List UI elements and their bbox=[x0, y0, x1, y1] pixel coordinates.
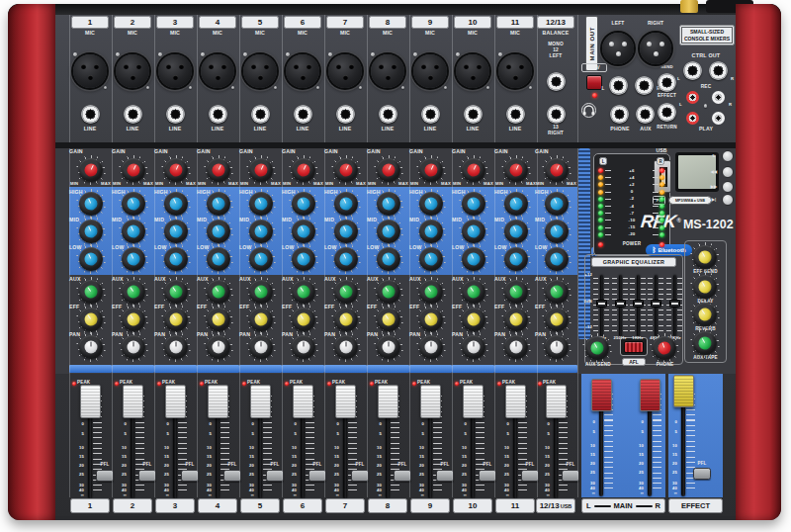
ch7-pan-knob[interactable] bbox=[331, 332, 361, 362]
phone-knob[interactable] bbox=[650, 333, 679, 363]
effect-fader[interactable] bbox=[673, 375, 694, 407]
ch7-high-knob[interactable] bbox=[331, 189, 361, 219]
ch10-high-knob[interactable] bbox=[459, 189, 488, 219]
ch3-mid-knob[interactable] bbox=[161, 217, 191, 246]
ch1-mid-knob[interactable] bbox=[76, 217, 106, 246]
ch10-fader[interactable] bbox=[463, 385, 483, 418]
eff-send-knob[interactable] bbox=[690, 242, 720, 272]
main-l-fader[interactable] bbox=[591, 379, 612, 411]
effect-pfl-button[interactable] bbox=[693, 468, 711, 480]
ch4-pan-knob[interactable] bbox=[204, 332, 233, 362]
aux-tape-knob[interactable] bbox=[690, 328, 720, 358]
repeat-button[interactable] bbox=[722, 150, 734, 162]
ch3-eff-knob[interactable] bbox=[161, 305, 191, 334]
ch10-mid-knob[interactable] bbox=[459, 217, 488, 246]
ch7-low-knob[interactable] bbox=[331, 244, 361, 274]
ch5-high-knob[interactable] bbox=[246, 189, 276, 219]
ch11-low-knob[interactable] bbox=[501, 244, 531, 274]
ch6-eff-knob[interactable] bbox=[289, 305, 318, 334]
ch9-pan-knob[interactable] bbox=[416, 332, 446, 362]
ch9-low-knob[interactable] bbox=[416, 244, 446, 274]
ch6-fader[interactable] bbox=[293, 385, 313, 418]
play-pause-button[interactable] bbox=[722, 194, 734, 206]
main-r-fader[interactable] bbox=[640, 379, 660, 411]
ch11-mid-knob[interactable] bbox=[501, 217, 531, 246]
eq-band-4-slider[interactable] bbox=[651, 300, 661, 308]
ch9-eff-knob[interactable] bbox=[416, 305, 446, 334]
ch10-low-knob[interactable] bbox=[459, 244, 488, 274]
ch12-13-high-knob[interactable] bbox=[542, 189, 571, 219]
ch1-fader[interactable] bbox=[80, 385, 101, 418]
ch10-eff-knob[interactable] bbox=[459, 305, 488, 334]
ch10-aux-knob[interactable] bbox=[459, 277, 488, 307]
ch7-fader[interactable] bbox=[335, 385, 356, 418]
ch8-mid-knob[interactable] bbox=[374, 217, 403, 246]
ch5-fader[interactable] bbox=[250, 385, 271, 418]
afl-button[interactable] bbox=[624, 341, 644, 353]
ch1-pan-knob[interactable] bbox=[76, 332, 106, 362]
ch8-eff-knob[interactable] bbox=[374, 305, 403, 334]
ch9-high-knob[interactable] bbox=[416, 189, 446, 219]
ch1-aux-knob[interactable] bbox=[76, 277, 106, 307]
ch4-eff-knob[interactable] bbox=[204, 305, 233, 334]
ch2-aux-knob[interactable] bbox=[119, 277, 148, 307]
ch2-fader[interactable] bbox=[123, 385, 143, 418]
ch12-13-low-knob[interactable] bbox=[542, 244, 571, 274]
ch12-13-fader[interactable] bbox=[546, 385, 567, 418]
ch2-eff-knob[interactable] bbox=[119, 305, 148, 334]
ch5-eff-knob[interactable] bbox=[246, 305, 276, 334]
ch2-pan-knob[interactable] bbox=[119, 332, 148, 362]
ch5-pan-knob[interactable] bbox=[246, 332, 276, 362]
eq-band-1-slider[interactable] bbox=[596, 300, 607, 308]
ch6-high-knob[interactable] bbox=[289, 189, 318, 219]
ch1-low-knob[interactable] bbox=[76, 244, 106, 274]
ch3-low-knob[interactable] bbox=[161, 244, 191, 274]
ch6-low-knob[interactable] bbox=[289, 244, 318, 274]
ch4-mid-knob[interactable] bbox=[204, 217, 233, 246]
ch11-aux-knob[interactable] bbox=[501, 277, 531, 307]
ch2-mid-knob[interactable] bbox=[119, 217, 148, 246]
ch11-high-knob[interactable] bbox=[501, 189, 531, 219]
ch8-pan-knob[interactable] bbox=[374, 332, 403, 362]
ch9-aux-knob[interactable] bbox=[416, 277, 446, 307]
ch3-high-knob[interactable] bbox=[161, 189, 191, 219]
reverb-knob[interactable] bbox=[690, 300, 720, 329]
ch4-low-knob[interactable] bbox=[204, 244, 233, 274]
ch4-fader[interactable] bbox=[208, 385, 228, 418]
eq-band-2-slider[interactable] bbox=[615, 300, 626, 308]
ch5-aux-knob[interactable] bbox=[246, 277, 276, 307]
aux-send-knob[interactable] bbox=[582, 333, 612, 363]
ch9-fader[interactable] bbox=[420, 385, 441, 418]
ch5-mid-knob[interactable] bbox=[246, 217, 276, 246]
ch11-eff-knob[interactable] bbox=[501, 305, 531, 334]
ch9-mid-knob[interactable] bbox=[416, 217, 446, 246]
ch12-13-pan-knob[interactable] bbox=[542, 332, 571, 362]
ch4-high-knob[interactable] bbox=[204, 189, 233, 219]
ch12-13-eff-knob[interactable] bbox=[542, 305, 571, 334]
ch3-aux-knob[interactable] bbox=[161, 277, 191, 307]
ch2-high-knob[interactable] bbox=[119, 189, 148, 219]
ch3-fader[interactable] bbox=[165, 385, 186, 418]
ch8-fader[interactable] bbox=[378, 385, 398, 418]
delay-knob[interactable] bbox=[690, 272, 720, 302]
ch8-aux-knob[interactable] bbox=[374, 277, 403, 307]
eq-band-5-slider[interactable] bbox=[669, 300, 680, 308]
ch1-eff-knob[interactable] bbox=[76, 305, 106, 334]
ch7-aux-knob[interactable] bbox=[331, 277, 361, 307]
ch5-low-knob[interactable] bbox=[246, 244, 276, 274]
ch12-13-aux-knob[interactable] bbox=[542, 277, 571, 307]
ch8-low-knob[interactable] bbox=[374, 244, 403, 274]
ch6-aux-knob[interactable] bbox=[289, 277, 318, 307]
ch11-fader[interactable] bbox=[505, 385, 526, 418]
ch12-13-mid-knob[interactable] bbox=[542, 217, 571, 246]
prev-button[interactable] bbox=[722, 166, 734, 178]
ch7-eff-knob[interactable] bbox=[331, 305, 361, 334]
eq-band-3-slider[interactable] bbox=[633, 300, 644, 308]
ch4-aux-knob[interactable] bbox=[204, 277, 233, 307]
ch6-pan-knob[interactable] bbox=[289, 332, 318, 362]
ch1-high-knob[interactable] bbox=[76, 189, 106, 219]
ch2-low-knob[interactable] bbox=[119, 244, 148, 274]
ch6-mid-knob[interactable] bbox=[289, 217, 318, 246]
ch7-mid-knob[interactable] bbox=[331, 217, 361, 246]
ch11-pan-knob[interactable] bbox=[501, 332, 531, 362]
